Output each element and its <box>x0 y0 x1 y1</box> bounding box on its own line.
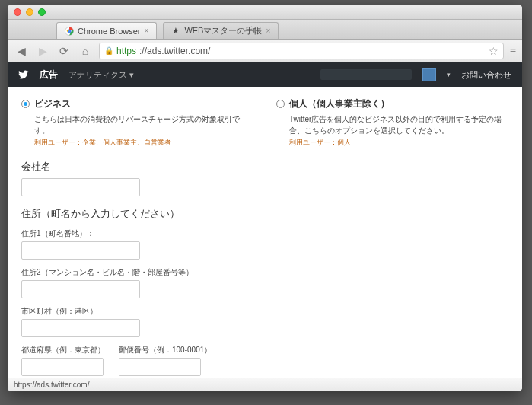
option-personal-users: 利用ユーザー：個人 <box>289 138 508 148</box>
account-info-redacted <box>320 69 412 80</box>
status-bar: https://ads.twitter.com/ <box>8 378 522 391</box>
option-business-users: 利用ユーザー：企業、個人事業主、自営業者 <box>34 138 253 148</box>
tab-title: WEBマスターの手帳 <box>184 25 262 37</box>
close-window-button[interactable] <box>14 8 21 16</box>
city-label: 市区町村（例：港区） <box>21 306 508 317</box>
option-personal-desc: Twitter広告を個人的なビジネス以外の目的で利用する予定の場合、こちらのオプ… <box>289 113 508 136</box>
page-header: 広告 アナリティクス ▾ ▾ お問い合わせ <box>8 62 522 87</box>
address1-label: 住所1（町名番地）： <box>21 228 508 239</box>
address2-input[interactable] <box>21 280 140 298</box>
minimize-window-button[interactable] <box>26 8 33 16</box>
radio-business[interactable] <box>21 100 30 108</box>
nav-logo-text[interactable]: 広告 <box>40 69 58 81</box>
tab-strip: Chrome Browser × ★ WEBマスターの手帳 × <box>8 20 522 40</box>
company-label: 会社名 <box>21 160 508 174</box>
address2-label: 住所2（マンション名・ビル名・階・部屋番号等） <box>21 267 508 278</box>
traffic-lights <box>14 8 46 16</box>
option-personal[interactable]: 個人（個人事業主除く） Twitter広告を個人的なビジネス以外の目的で利用する… <box>276 97 508 148</box>
close-tab-icon[interactable]: × <box>266 27 270 35</box>
nav-analytics[interactable]: アナリティクス ▾ <box>68 69 134 81</box>
pref-input[interactable] <box>21 358 104 376</box>
tab-title: Chrome Browser <box>78 27 141 36</box>
option-business-title: ビジネス <box>34 97 71 110</box>
option-personal-title: 個人（個人事業主除く） <box>289 97 390 110</box>
postal-label: 郵便番号（例：100-0001） <box>119 345 212 356</box>
lock-icon: 🔒 <box>104 46 113 55</box>
city-input[interactable] <box>21 319 140 337</box>
option-business-desc: こちらは日本の消費税のリバースチャージ方式の対象取引です。 <box>34 113 253 136</box>
pref-label: 都道府県（例：東京都） <box>21 345 105 356</box>
menu-button[interactable]: ≡ <box>510 45 516 57</box>
close-tab-icon[interactable]: × <box>145 27 149 35</box>
postal-input[interactable] <box>119 358 201 376</box>
bookmark-icon[interactable]: ☆ <box>489 45 499 57</box>
radio-personal[interactable] <box>276 100 285 108</box>
browser-tab-active[interactable]: Chrome Browser × <box>56 22 157 39</box>
home-button[interactable]: ⌂ <box>78 44 93 58</box>
url-rest: ://ads.twitter.com/ <box>139 46 210 56</box>
address-header: 住所（町名から入力してください） <box>21 207 508 221</box>
browser-tab[interactable]: ★ WEBマスターの手帳 × <box>163 22 279 39</box>
window-titlebar <box>8 5 522 20</box>
back-button[interactable]: ◀ <box>14 44 29 58</box>
option-business[interactable]: ビジネス こちらは日本の消費税のリバースチャージ方式の対象取引です。 利用ユーザ… <box>21 97 253 148</box>
page-content: ビジネス こちらは日本の消費税のリバースチャージ方式の対象取引です。 利用ユーザ… <box>8 87 522 378</box>
address1-input[interactable] <box>21 241 140 260</box>
zoom-window-button[interactable] <box>38 8 46 16</box>
twitter-logo-icon <box>18 69 29 80</box>
nav-contact[interactable]: お問い合わせ <box>461 69 511 81</box>
address-bar[interactable]: 🔒 https://ads.twitter.com/ ☆ <box>99 43 504 59</box>
reload-button[interactable]: ⟳ <box>56 44 72 58</box>
company-input[interactable] <box>21 178 140 196</box>
forward-button[interactable]: ▶ <box>35 44 50 58</box>
avatar[interactable] <box>422 68 436 81</box>
chrome-icon <box>65 27 74 36</box>
status-text: https://ads.twitter.com/ <box>14 381 89 389</box>
star-icon: ★ <box>171 27 180 36</box>
url-protocol: https <box>116 46 136 56</box>
browser-toolbar: ◀ ▶ ⟳ ⌂ 🔒 https://ads.twitter.com/ ☆ ≡ <box>8 40 522 62</box>
